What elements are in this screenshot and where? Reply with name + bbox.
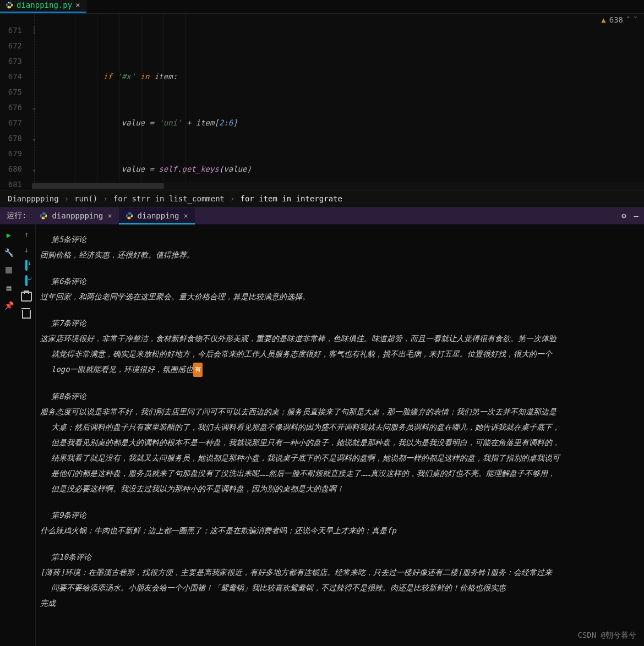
run-tab-label: dianpppping — [52, 211, 103, 220]
chevron-right-icon: › — [230, 194, 234, 203]
run-toolbar-secondary: ↑ ↓ — [18, 225, 36, 646]
console-line: 完成 — [40, 596, 636, 610]
python-icon — [40, 212, 47, 220]
console-line: 第7条评论 — [40, 316, 636, 330]
breadcrumb-item[interactable]: Dianpppping — [8, 194, 59, 203]
console-line: 第5条评论 — [40, 232, 636, 247]
console-line: 第10条评论 — [40, 550, 636, 564]
rerun-icon[interactable]: ▶ — [4, 230, 14, 240]
minimize-icon[interactable]: — — [634, 211, 638, 220]
console-line: 问要不要给添添汤水。小朋友会给一个小围裙！「鸳鸯锅」我比较喜欢鸳鸯锅，不过辣得不… — [40, 581, 636, 595]
run-toolbar-left: ▶ 🔧 ▤ 📌 — [0, 225, 18, 646]
gear-icon[interactable]: ⚙ — [621, 211, 626, 220]
run-tab-dianpppping[interactable]: dianpppping × — [33, 207, 118, 224]
run-tab-label: dianpping — [138, 211, 179, 220]
inspection-summary[interactable]: ▲ 638 ˄ ˅ — [601, 15, 637, 24]
layout-icon[interactable]: ▤ — [4, 283, 14, 293]
editor-tab-label: dianpping.py — [17, 1, 72, 9]
warning-count: 638 — [609, 15, 623, 24]
python-icon — [6, 1, 13, 9]
console-line: 大桌；然后调料的盘子只有家里装醋的了，我们去调料看见那盘不像调料的因为盛不开调料… — [40, 420, 636, 434]
chevron-up-icon[interactable]: ˄ — [626, 15, 630, 24]
run-tab-dianpping[interactable]: dianpping × — [119, 207, 195, 224]
console-line: 结果我看了就是没有，我就又去问服务员，她说都是那种小盘，我说桌子底下的不是调料的… — [40, 451, 636, 465]
stop-icon[interactable] — [4, 265, 14, 275]
console-line: 第6条评论 — [40, 274, 636, 288]
breadcrumb-item[interactable]: run() — [74, 194, 97, 203]
console-line: 服务态度可以说是非常不好，我们刚去店里问了问可不可以去西边的桌；服务员直接来了句… — [40, 404, 636, 419]
chevron-down-icon[interactable]: ˅ — [634, 15, 637, 24]
trash-icon[interactable] — [22, 310, 31, 320]
editor-tab-dianpping[interactable]: dianpping.py × — [0, 0, 86, 13]
warning-icon: ▲ — [601, 15, 605, 24]
console-line: [薄荷]环境：在墨溪古巷那，找很方便，主要是离我家很近，有好多地方都有连锁店。经… — [40, 565, 636, 579]
arrow-up-icon[interactable]: ↑ — [24, 230, 29, 239]
run-toolwindow: ▶ 🔧 ▤ 📌 ↑ ↓ 第5条评论 团购价格，经济实惠，还很好教。值得推荐。 第… — [0, 225, 644, 646]
breadcrumb[interactable]: Dianpppping › run() › for strr in list_c… — [0, 190, 644, 207]
horizontal-scrollbar[interactable] — [32, 182, 644, 190]
pin-icon[interactable]: 📌 — [4, 300, 14, 310]
soft-wrap-icon[interactable] — [25, 261, 28, 270]
svg-point-0 — [8, 2, 9, 3]
code-editor[interactable]: 671672673 674675676 677678679 680681 │ ⌄… — [0, 14, 644, 190]
arrow-down-icon[interactable]: ↓ — [24, 245, 29, 254]
console-line: 但是我看见别桌的都是大的调料的根本不是一种盘，我就说那里只有一种小的盘子，她说就… — [40, 435, 636, 450]
console-line: 这家店环境很好，非常干净整洁，食材新鲜食物不仅外形美观，重要的是味道非常棒，色味… — [40, 331, 636, 346]
console-line: 什么辣鸡火锅；牛肉也不新鲜；边上都一圈黑了；这不是在欺骗消费者吗；还说今天早上才… — [40, 523, 636, 538]
console-line: 第9条评论 — [40, 508, 636, 522]
run-toolwindow-header: 运行: dianpppping × dianpping × ⚙ — — [0, 207, 644, 225]
python-icon — [125, 212, 133, 220]
console-output[interactable]: 第5条评论 团购价格，经济实惠，还很好教。值得推荐。 第6条评论 过年回家，和两… — [36, 225, 644, 646]
print-icon[interactable] — [21, 292, 32, 303]
chevron-right-icon: › — [103, 194, 107, 203]
console-line: logo一眼就能看见，环境很好，氛围感也有 — [40, 362, 636, 377]
close-icon[interactable]: × — [183, 211, 188, 220]
breadcrumb-item[interactable]: for strr in list_comment — [113, 194, 225, 203]
inline-tag: 有 — [193, 363, 203, 377]
scroll-to-end-icon[interactable] — [25, 276, 28, 285]
wrench-icon[interactable]: 🔧 — [4, 248, 14, 258]
chevron-right-icon: › — [64, 194, 69, 203]
run-label: 运行: — [0, 207, 33, 224]
watermark: CSDN @朝兮暮兮 — [577, 631, 636, 640]
console-line: 第8条评论 — [40, 389, 636, 403]
console-line: 过年回家，和两位老同学选在这里聚会。量大价格合理，算是比较满意的选择。 — [40, 289, 636, 304]
console-line: 是他们的都是这种盘，服务员就来了句那盘没有了没洗出来呢……然后一脸不耐烦就直接走… — [40, 466, 636, 480]
line-number-gutter: 671672673 674675676 677678679 680681 — [0, 14, 26, 190]
editor-tab-bar: dianpping.py × — [0, 0, 644, 14]
folding-gutter[interactable]: │ ⌄ ⌄ ⌄ — [26, 14, 42, 190]
svg-point-1 — [10, 7, 10, 8]
code-area[interactable]: if '#x' in item: value = 'uni' + item[2:… — [42, 14, 644, 190]
console-line: 但是没必要这样啊。我没去过我以为那种小的不是调料盘，因为别的桌都是大的盘啊！ — [40, 481, 636, 496]
console-line: 就觉得非常满意，确实是来放松的好地方，今后会常来的工作人员服务态度很好，客气也有… — [40, 347, 636, 361]
breadcrumb-item[interactable]: for item in intergrate — [240, 194, 342, 203]
close-icon[interactable]: × — [75, 1, 80, 9]
close-icon[interactable]: × — [107, 211, 112, 220]
console-line: 团购价格，经济实惠，还很好教。值得推荐。 — [40, 248, 636, 262]
